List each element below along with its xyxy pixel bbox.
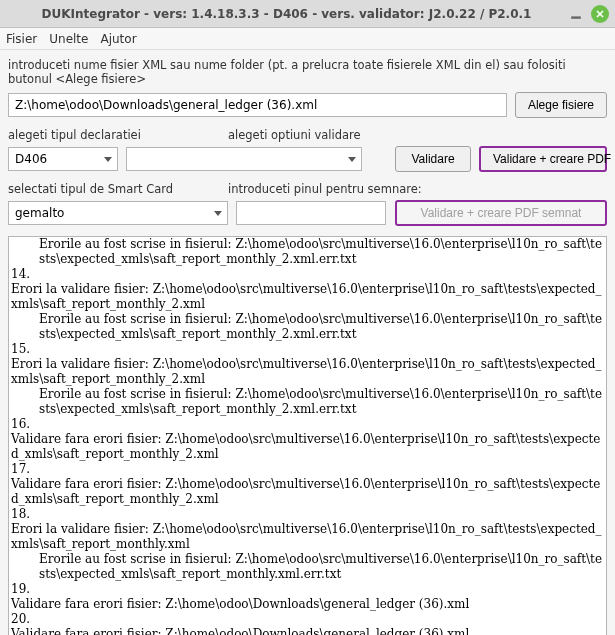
choose-files-button[interactable]: Alege fisiere — [515, 92, 607, 118]
log-line: Erori la validare fisier: Z:\home\odoo\s… — [11, 282, 604, 312]
sign-row: gemalto Validare + creare PDF semnat — [8, 200, 607, 226]
declaration-type-select[interactable]: D406 — [8, 147, 118, 171]
log-line: Erori la validare fisier: Z:\home\odoo\s… — [11, 522, 604, 552]
decl-type-label: alegeti tipul declaratiei — [8, 128, 228, 142]
svg-rect-0 — [571, 16, 581, 18]
log-line: 20. — [11, 612, 604, 627]
validate-create-pdf-sign-button: Validare + creare PDF semnat — [395, 200, 607, 226]
menu-ajutor[interactable]: Ajutor — [100, 32, 136, 46]
pin-input[interactable] — [236, 201, 386, 225]
log-line: 18. — [11, 507, 604, 522]
menu-unelte[interactable]: Unelte — [49, 32, 88, 46]
close-icon[interactable] — [591, 5, 609, 23]
window-controls — [567, 5, 609, 23]
log-line: Erorile au fost scrise in fisierul: Z:\h… — [11, 387, 604, 417]
log-line: Erori la validare fisier: Z:\home\odoo\s… — [11, 357, 604, 387]
labels-row-2: selectati tipul de Smart Card introducet… — [8, 182, 607, 196]
intro-label: introduceti nume fisier XML sau nume fol… — [8, 58, 607, 86]
log-line: Validare fara erori fisier: Z:\home\odoo… — [11, 627, 604, 635]
log-line: 19. — [11, 582, 604, 597]
validate-row: D406 Validare Validare + creare PDF — [8, 146, 607, 172]
log-line: Erorile au fost scrise in fisierul: Z:\h… — [11, 552, 604, 582]
xml-path-input[interactable] — [8, 93, 507, 117]
log-line: 15. — [11, 342, 604, 357]
file-row: Alege fisiere — [8, 92, 607, 118]
validate-button[interactable]: Validare — [395, 146, 471, 172]
log-line: 17. — [11, 462, 604, 477]
log-line: 14. — [11, 267, 604, 282]
log-line: 16. — [11, 417, 604, 432]
smartcard-label: selectati tipul de Smart Card — [8, 182, 228, 196]
pin-label: introduceti pinul pentru semnare: — [228, 182, 422, 196]
validation-options-select[interactable] — [126, 147, 362, 171]
valid-opts-label: alegeti optiuni validare — [228, 128, 361, 142]
labels-row-1: alegeti tipul declaratiei alegeti optiun… — [8, 128, 607, 142]
log-line: Validare fara erori fisier: Z:\home\odoo… — [11, 597, 604, 612]
log-line: Validare fara erori fisier: Z:\home\odoo… — [11, 477, 604, 507]
log-output: Erorile au fost scrise in fisierul: Z:\h… — [8, 236, 607, 635]
title-bar: DUKIntegrator - vers: 1.4.18.3.3 - D406 … — [0, 0, 615, 28]
menu-fisier[interactable]: Fisier — [6, 32, 37, 46]
log-line: Erorile au fost scrise in fisierul: Z:\h… — [11, 312, 604, 342]
smartcard-select[interactable]: gemalto — [8, 201, 228, 225]
log-line: Erorile au fost scrise in fisierul: Z:\h… — [11, 237, 604, 267]
validate-create-pdf-button[interactable]: Validare + creare PDF — [479, 146, 607, 172]
window-title: DUKIntegrator - vers: 1.4.18.3.3 - D406 … — [6, 7, 567, 21]
minimize-icon[interactable] — [567, 5, 585, 23]
content-area: introduceti nume fisier XML sau nume fol… — [0, 50, 615, 635]
menu-bar: Fisier Unelte Ajutor — [0, 28, 615, 50]
log-line: Validare fara erori fisier: Z:\home\odoo… — [11, 432, 604, 462]
